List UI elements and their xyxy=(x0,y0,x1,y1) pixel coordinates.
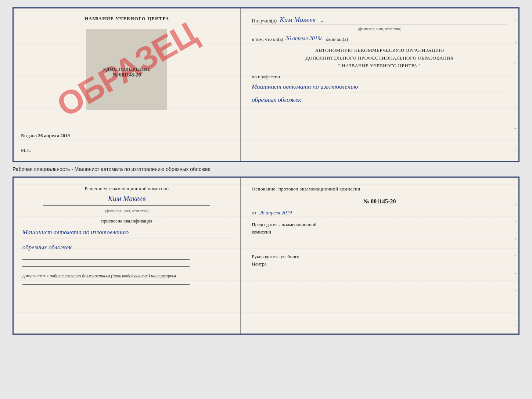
osnov-label: Основание: протокол экзаменационной коми… xyxy=(252,185,507,193)
poluchil-label: Получил(а) xyxy=(252,18,277,24)
vydano-row: Выдано 26 апреля 2019 xyxy=(21,133,233,139)
udost-number: № 001145-20 xyxy=(103,72,151,78)
dopuskaetsya-label: допускается к xyxy=(22,273,48,278)
mp-row: М.П. xyxy=(21,147,31,153)
udostoverenie-block: УДОСТОВЕРЕНИЕ № 001145-20 xyxy=(103,66,151,78)
bottom-doc-left: Решением экзаменационной комиссии Ким Ма… xyxy=(14,178,241,334)
predsedatel-signature-line xyxy=(252,237,310,244)
completion-date: 26 апреля 2019г. xyxy=(285,35,324,42)
bottom-doc-right: Основание: протокол экзаменационной коми… xyxy=(241,178,518,334)
kvalif-line2: обрезных обложек xyxy=(22,241,231,254)
kvalif-line1: Машинист автомата по изготовлению xyxy=(22,226,231,239)
predsedatel-block: Председатель экзаменационной комиссии xyxy=(252,221,507,244)
protocol-number: № 001145-20 xyxy=(252,198,507,205)
poluchil-row: Получил(а) Ким Макеев – xyxy=(252,16,507,25)
bottom-name-cursive: Ким Макеев xyxy=(22,195,231,203)
udost-label: УДОСТОВЕРЕНИЕ xyxy=(103,66,151,72)
vtom-label: в том, что он(а) xyxy=(252,36,283,42)
top-document: НАЗВАНИЕ УЧЕБНОГО ЦЕНТРА ОБРАЗЕЦ УДОСТОВ… xyxy=(12,7,520,162)
mp-label: М.П. xyxy=(21,147,31,153)
fio-label-bottom: (фамилия, имя, отчество) xyxy=(22,209,231,213)
org-line2: ДОПОЛНИТЕЛЬНОГО ПРОФЕССИОНАЛЬНОГО ОБРАЗО… xyxy=(252,54,507,62)
bottom-right-edge: – – и а ← – – – – xyxy=(513,178,518,334)
fio-label-top: (фамилия, имя, отчество) xyxy=(252,26,507,31)
rukovoditel-label2: Центра xyxy=(252,260,507,268)
protocol-date-value: 26 апреля 2019 xyxy=(259,210,292,215)
org-line1: АВТОНОМНУЮ НЕКОММЕРЧЕСКУЮ ОРГАНИЗАЦИЮ xyxy=(252,47,507,54)
ot-label: от xyxy=(252,210,256,215)
recipient-name: Ким Макеев xyxy=(280,16,316,24)
org-block: АВТОНОМНУЮ НЕКОММЕРЧЕСКУЮ ОРГАНИЗАЦИЮ ДО… xyxy=(252,47,507,70)
prisvoena-label: присвоена квалификация xyxy=(22,218,231,224)
caption-text: Рабочая специальность - Машинист автомат… xyxy=(12,165,520,174)
vtom-row: в том, что он(а) 26 апреля 2019г. окончи… xyxy=(252,35,507,42)
profession-block: по профессии Машинист автомата по изгото… xyxy=(252,74,507,106)
resheniem-label: Решением экзаменационной комиссии xyxy=(22,185,231,192)
dopuskaetsya-row: допускается к работе согласно должностны… xyxy=(22,272,231,279)
profession-line2: обрезных обложек xyxy=(252,95,507,106)
top-doc-right-page: Получил(а) Ким Макеев – (фамилия, имя, о… xyxy=(241,8,518,161)
top-doc-left-page: НАЗВАНИЕ УЧЕБНОГО ЦЕНТРА ОБРАЗЕЦ УДОСТОВ… xyxy=(14,8,241,161)
name-underline xyxy=(43,205,211,206)
profession-label: по профессии xyxy=(252,74,507,80)
protocol-date-row: от 26 апреля 2019 – xyxy=(252,210,507,216)
okончil-label: окончил(а) xyxy=(326,36,348,42)
predsedatel-label: Председатель экзаменационной xyxy=(252,221,507,228)
vydano-date: 26 апреля 2019 xyxy=(38,133,70,138)
bottom-document: Решением экзаменационной комиссии Ким Ма… xyxy=(12,177,520,335)
training-center-title: НАЗВАНИЕ УЧЕБНОГО ЦЕНТРА xyxy=(85,16,169,22)
org-line3: " НАЗВАНИЕ УЧЕБНОГО ЦЕНТРА " xyxy=(252,62,507,70)
rukovoditel-label: Руководитель учебного xyxy=(252,253,507,260)
predsedatel-label2: комиссии xyxy=(252,228,507,236)
rukovoditel-signature-line xyxy=(252,269,310,276)
rukovoditel-block: Руководитель учебного Центра xyxy=(252,253,507,276)
vydano-label: Выдано xyxy=(21,133,37,138)
profession-line1: Машинист автомата по изготовлению xyxy=(252,81,507,93)
dopuskaetsya-text: работе согласно должностным (производств… xyxy=(50,273,176,278)
right-edge-decoration: и а ← – – – – xyxy=(513,8,518,161)
